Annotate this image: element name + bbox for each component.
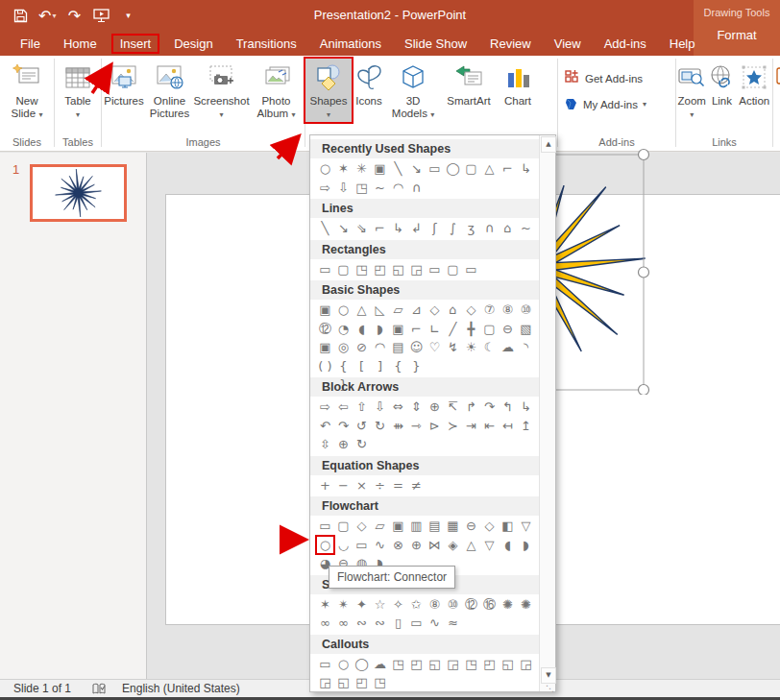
shape-item[interactable]: ⊕ xyxy=(426,398,444,416)
tab-view[interactable]: View xyxy=(546,35,590,53)
new-slide-button[interactable]: NewSlide ▾ xyxy=(11,59,44,122)
link-button[interactable]: Link xyxy=(707,59,736,109)
tab-transitions[interactable]: Transitions xyxy=(228,35,305,53)
shape-item[interactable]: ] xyxy=(371,357,389,375)
shape-item[interactable]: ◲ xyxy=(444,655,462,673)
shape-item[interactable]: ✩ xyxy=(407,595,426,614)
shape-item[interactable]: ◖ xyxy=(353,320,371,338)
shape-item[interactable]: ↸ xyxy=(444,398,462,416)
start-from-beginning-icon[interactable] xyxy=(92,4,110,27)
action-button[interactable]: Action xyxy=(736,59,772,109)
shape-item[interactable]: ◇ xyxy=(353,517,371,535)
shape-item[interactable]: △ xyxy=(462,536,480,554)
shape-item[interactable]: × xyxy=(353,476,371,495)
3d-models-button[interactable]: 3DModels ▾ xyxy=(386,59,440,122)
shape-item[interactable]: ○ xyxy=(334,655,353,673)
shape-item[interactable]: ✺ xyxy=(499,595,517,614)
shape-item[interactable]: ◗ xyxy=(517,536,535,554)
shape-item[interactable]: = xyxy=(389,476,407,495)
zoom-button[interactable]: Zoom▾ xyxy=(676,59,707,122)
shape-item[interactable]: ◖ xyxy=(499,536,517,554)
shape-item[interactable]: ▢ xyxy=(480,320,499,338)
shape-item[interactable]: ↱ xyxy=(462,398,480,416)
shape-item[interactable]: ▱ xyxy=(371,517,389,535)
shape-item[interactable]: ◯ xyxy=(353,655,371,673)
shape-item[interactable]: ⌐ xyxy=(407,320,426,338)
shape-item[interactable]: ⑧ xyxy=(426,595,444,614)
shape-item[interactable]: ⑫ xyxy=(462,595,480,614)
selection-handle[interactable] xyxy=(639,150,649,160)
shape-item[interactable]: − xyxy=(334,476,353,495)
shape-item[interactable]: ☾ xyxy=(480,338,499,356)
shape-item[interactable]: ⑯ xyxy=(480,595,499,614)
photo-album-button[interactable]: PhotoAlbum ▾ xyxy=(250,59,303,122)
shape-item[interactable]: ~ xyxy=(517,219,535,237)
table-button[interactable]: Table▾ xyxy=(62,59,93,122)
selection-handle[interactable] xyxy=(639,267,649,278)
shape-item[interactable]: ▽ xyxy=(480,536,499,554)
shape-item[interactable]: ☆ xyxy=(371,595,389,614)
shape-item[interactable]: ◎ xyxy=(334,338,353,356)
dropdown-scrollbar[interactable]: ▲ ▼ ⋱ xyxy=(539,135,555,691)
shape-item[interactable]: ∾ xyxy=(371,614,389,632)
shape-item[interactable]: ◲ xyxy=(407,260,426,278)
shape-item[interactable]: ◰ xyxy=(480,655,499,673)
shape-item[interactable]: ⇾ xyxy=(407,417,426,435)
shape-item[interactable]: ⇥ xyxy=(462,417,480,435)
shape-item[interactable]: ↳ xyxy=(517,159,535,178)
shape-item[interactable]: ⌐ xyxy=(371,219,389,237)
shape-item[interactable]: } xyxy=(407,357,426,375)
shape-item[interactable]: ⇨ xyxy=(316,398,334,416)
shape-item[interactable]: ( ) xyxy=(316,357,334,375)
shape-item[interactable]: ✳ xyxy=(353,159,371,178)
shape-item[interactable]: ╋ xyxy=(462,320,480,338)
shapes-button[interactable]: Shapes▾ xyxy=(305,59,352,122)
shape-item[interactable]: ⊳ xyxy=(426,417,444,435)
shape-item[interactable]: ╱ xyxy=(444,320,462,338)
slide-indicator[interactable]: Slide 1 of 1 xyxy=(13,682,71,695)
redo-icon[interactable]: ↷ xyxy=(65,4,83,27)
shape-item[interactable]: ↘ xyxy=(407,159,426,178)
shape-item[interactable]: ∩ xyxy=(480,219,499,237)
shape-item[interactable]: △ xyxy=(480,159,499,178)
tab-format[interactable]: Format xyxy=(694,28,780,42)
shape-item[interactable]: ▧ xyxy=(517,320,535,338)
scroll-up-icon[interactable]: ▲ xyxy=(541,136,556,153)
shape-item[interactable]: ∞ xyxy=(316,614,334,632)
shape-item[interactable]: ↷ xyxy=(480,398,499,416)
shape-item[interactable]: ◗ xyxy=(371,320,389,338)
shape-item[interactable]: ◺ xyxy=(371,301,389,319)
shape-item[interactable]: ▤ xyxy=(426,517,444,535)
shape-item[interactable]: ʒ xyxy=(462,219,480,237)
shape-item[interactable]: ↰ xyxy=(499,398,517,416)
shape-item[interactable]: ⇧ xyxy=(353,398,371,416)
shape-item[interactable]: ✦ xyxy=(353,595,371,614)
shape-item[interactable]: ◱ xyxy=(426,655,444,673)
my-addins-button[interactable]: My Add-ins ▾ xyxy=(564,93,646,115)
shape-item[interactable]: ⑩ xyxy=(444,595,462,614)
tab-home[interactable]: Home xyxy=(55,35,106,53)
shape-item[interactable]: ⑫ xyxy=(316,320,334,338)
shape-item[interactable]: ▽ xyxy=(517,517,535,535)
shape-item[interactable]: ⊕ xyxy=(334,435,353,453)
undo-caret-icon[interactable]: ▾ xyxy=(52,12,56,20)
shape-item[interactable]: { } xyxy=(334,357,353,375)
shape-item[interactable]: ⇤ xyxy=(480,417,499,435)
shape-item[interactable]: ◱ xyxy=(389,260,407,278)
shape-item[interactable]: ⑩ xyxy=(517,301,535,319)
shape-item[interactable]: ▥ xyxy=(407,517,426,535)
shape-item[interactable]: ◲ xyxy=(316,673,334,691)
smartart-button[interactable]: SmartArt xyxy=(440,59,498,109)
shape-item[interactable]: ≈ xyxy=(444,614,462,632)
shape-item[interactable]: ∫ xyxy=(444,219,462,237)
shape-item[interactable]: ◈ xyxy=(444,536,462,554)
shape-item[interactable]: ▣ xyxy=(316,338,334,356)
shape-item[interactable]: ∞ xyxy=(334,614,353,632)
shape-item[interactable]: ↶ xyxy=(316,417,334,435)
shape-item[interactable]: [ xyxy=(353,357,371,375)
tab-file[interactable]: File xyxy=(12,35,49,53)
tab-slide-show[interactable]: Slide Show xyxy=(396,35,475,53)
shape-item[interactable]: ⌐ xyxy=(499,159,517,178)
screenshot-button[interactable]: Screenshot▾ xyxy=(193,59,250,122)
chart-button[interactable]: Chart xyxy=(498,59,538,109)
